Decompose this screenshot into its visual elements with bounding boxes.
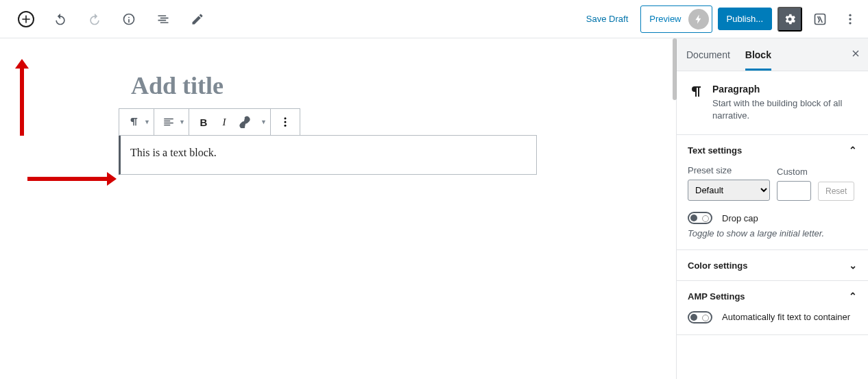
preset-size-label: Preset size bbox=[688, 165, 770, 175]
svg-point-3 bbox=[849, 22, 851, 24]
pencil-icon bbox=[191, 12, 204, 26]
undo-icon bbox=[53, 12, 67, 26]
toggle-switch bbox=[688, 212, 712, 224]
toolbar-right: Save Draft Preview Publish... bbox=[579, 5, 863, 33]
reset-size-button[interactable]: Reset bbox=[818, 182, 854, 201]
top-toolbar: Save Draft Preview Publish... bbox=[0, 0, 868, 38]
kebab-icon bbox=[279, 116, 291, 128]
fit-text-toggle[interactable]: Automatically fit text to container bbox=[688, 311, 857, 323]
outline-icon bbox=[156, 12, 170, 26]
annotation-arrow-vertical bbox=[16, 59, 26, 134]
yoast-button[interactable] bbox=[808, 7, 832, 32]
paragraph-block[interactable]: This is a text block. bbox=[119, 135, 537, 175]
preset-size-select[interactable]: Default bbox=[688, 180, 770, 201]
svg-point-5 bbox=[285, 121, 287, 123]
align-left-icon bbox=[162, 116, 175, 128]
svg-rect-0 bbox=[815, 14, 825, 24]
plus-icon bbox=[21, 14, 32, 25]
toggle-switch bbox=[688, 311, 712, 323]
align-button[interactable] bbox=[158, 112, 179, 132]
link-icon bbox=[239, 116, 251, 128]
panel-amp-settings: AMP Settings ⌃ Automatically fit text to… bbox=[677, 281, 868, 335]
chevron-up-icon: ⌃ bbox=[849, 291, 857, 302]
tab-document[interactable]: Document bbox=[686, 40, 730, 70]
block-more-button[interactable] bbox=[275, 112, 296, 132]
block-type-button[interactable] bbox=[123, 112, 144, 132]
fit-text-label: Automatically fit text to container bbox=[722, 312, 850, 323]
panel-title: AMP Settings bbox=[688, 291, 745, 302]
panel-amp-settings-toggle[interactable]: AMP Settings ⌃ bbox=[677, 281, 868, 311]
paragraph-icon bbox=[688, 84, 704, 100]
save-draft-button[interactable]: Save Draft bbox=[579, 10, 635, 28]
custom-size-input[interactable] bbox=[777, 181, 811, 201]
link-button[interactable] bbox=[234, 112, 255, 132]
block-card-title: Paragraph bbox=[712, 84, 857, 95]
drop-cap-desc: Toggle to show a large initial letter. bbox=[688, 228, 857, 239]
redo-icon bbox=[88, 12, 101, 26]
svg-point-4 bbox=[285, 117, 287, 119]
workspace: Add title ▼ ▼ B I bbox=[0, 38, 868, 379]
paragraph-icon bbox=[128, 116, 140, 128]
svg-point-6 bbox=[285, 125, 287, 127]
redo-button[interactable] bbox=[82, 7, 107, 32]
block-card: Paragraph Start with the building block … bbox=[677, 71, 868, 135]
undo-button[interactable] bbox=[48, 7, 73, 32]
svg-point-2 bbox=[849, 18, 851, 20]
close-sidebar-button[interactable] bbox=[850, 48, 861, 62]
panel-text-settings-toggle[interactable]: Text settings ⌃ bbox=[677, 135, 868, 165]
tab-block[interactable]: Block bbox=[745, 40, 771, 70]
italic-button[interactable]: I bbox=[214, 112, 234, 132]
block-toolbar: ▼ ▼ B I ▼ bbox=[119, 108, 300, 136]
editor-area: Add title ▼ ▼ B I bbox=[0, 38, 676, 379]
chevron-up-icon: ⌃ bbox=[849, 145, 857, 156]
drop-cap-label: Drop cap bbox=[722, 213, 758, 223]
bold-button[interactable]: B bbox=[193, 112, 214, 132]
post-title-input[interactable]: Add title bbox=[119, 55, 557, 108]
more-menu-button[interactable] bbox=[838, 7, 863, 32]
settings-sidebar: Document Block Paragraph Start with the … bbox=[676, 38, 868, 379]
preview-label: Preview bbox=[649, 14, 681, 24]
drop-cap-toggle[interactable]: Drop cap bbox=[688, 212, 857, 224]
info-button[interactable] bbox=[117, 7, 141, 32]
preview-button[interactable]: Preview bbox=[640, 5, 712, 33]
amp-status-icon bbox=[688, 9, 709, 29]
annotation-arrow-horizontal bbox=[27, 175, 117, 182]
panel-color-settings: Color settings ⌃ bbox=[677, 250, 868, 281]
panel-title: Color settings bbox=[688, 260, 747, 271]
editor-canvas: Add title ▼ ▼ B I bbox=[119, 55, 557, 175]
add-block-button[interactable] bbox=[14, 7, 38, 32]
panel-text-settings: Text settings ⌃ Preset size Default Cust… bbox=[677, 135, 868, 250]
info-icon bbox=[122, 12, 136, 26]
toolbar-left bbox=[5, 7, 210, 32]
chevron-down-icon: ▼ bbox=[261, 119, 266, 125]
block-card-desc: Start with the building block of all nar… bbox=[712, 97, 857, 122]
chevron-down-icon: ▼ bbox=[179, 119, 184, 125]
svg-point-1 bbox=[849, 14, 851, 16]
outline-button[interactable] bbox=[151, 7, 176, 32]
kebab-icon bbox=[843, 12, 857, 26]
chevron-down-icon: ▼ bbox=[144, 119, 149, 125]
panel-color-settings-toggle[interactable]: Color settings ⌃ bbox=[677, 250, 868, 280]
edit-mode-button[interactable] bbox=[185, 7, 210, 32]
chevron-down-icon: ⌃ bbox=[849, 260, 857, 271]
settings-button[interactable] bbox=[777, 7, 802, 32]
panel-title: Text settings bbox=[688, 145, 742, 156]
close-icon bbox=[850, 48, 861, 59]
gear-icon bbox=[783, 12, 797, 26]
publish-button[interactable]: Publish... bbox=[718, 8, 772, 30]
yoast-icon bbox=[813, 12, 827, 26]
custom-size-label: Custom bbox=[777, 167, 811, 177]
sidebar-tabs: Document Block bbox=[677, 38, 868, 71]
